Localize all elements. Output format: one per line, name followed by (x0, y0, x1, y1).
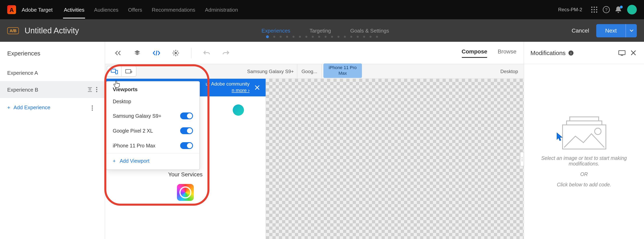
viewport-tab-google[interactable]: Goog... (298, 64, 322, 78)
banner-text: ur Adobe community (206, 81, 250, 88)
viewport-tab-samsung[interactable]: Samsung Galaxy S9+ (138, 64, 298, 78)
empty-canvas (266, 79, 524, 239)
settings-gear-icon[interactable] (170, 47, 181, 59)
step-targeting[interactable]: Targeting (310, 28, 331, 34)
viewport-row-samsung[interactable]: Samsung Galaxy S9+ (106, 108, 200, 123)
toggle-switch[interactable] (180, 112, 193, 119)
mods-hint-2: Click below to add code. (557, 182, 611, 187)
modifications-panel: Modifications i (524, 42, 644, 239)
svg-point-4 (594, 9, 595, 10)
viewport-row-google[interactable]: Google Pixel 2 XL (106, 123, 200, 138)
viewport-tabs: Samsung Galaxy S9+ Goog... … iPhone 11 P… (138, 64, 495, 78)
your-services-heading: Your Services (112, 171, 258, 177)
avatar[interactable] (627, 5, 637, 15)
more-icon[interactable] (96, 87, 98, 92)
notifications-icon[interactable] (613, 4, 624, 15)
svg-point-7 (594, 12, 595, 13)
svg-point-2 (596, 7, 597, 8)
viewport-chip-iphone[interactable]: iPhone 11 Pro Max (324, 64, 362, 78)
resize-handle[interactable] (520, 152, 524, 166)
nav-audiences[interactable]: Audiences (94, 7, 118, 18)
top-nav: A Adobe Target Activities Audiences Offe… (0, 0, 644, 19)
activity-header: A/B Untitled Activity Experiences Target… (0, 19, 644, 42)
plus-icon: + (7, 104, 10, 110)
viewport-desktop-label[interactable]: Desktop (495, 64, 524, 78)
creative-cloud-icon[interactable] (177, 184, 194, 201)
svg-rect-18 (111, 69, 115, 72)
nav-recommendations[interactable]: Recommendations (152, 7, 196, 18)
svg-point-13 (96, 91, 97, 92)
apps-grid-icon[interactable] (589, 4, 600, 15)
add-experience-button[interactable]: + Add Experience (0, 98, 105, 117)
svg-point-12 (96, 89, 97, 90)
cancel-button[interactable]: Cancel (572, 27, 589, 34)
viewports-popover: Viewports Desktop Samsung Galaxy S9+ Goo… (106, 81, 200, 170)
layers-icon[interactable] (132, 47, 143, 59)
svg-point-15 (92, 107, 93, 109)
banner-learn-more-link[interactable]: n more › (232, 88, 250, 93)
add-device-icon[interactable] (122, 66, 136, 76)
nav-administration[interactable]: Administration (205, 7, 238, 18)
experience-label: Experience A (7, 70, 38, 76)
close-icon[interactable] (254, 84, 261, 91)
svg-point-27 (594, 128, 601, 134)
redo-icon[interactable] (220, 47, 232, 59)
svg-text:?: ? (605, 7, 608, 12)
tab-browse[interactable]: Browse (498, 48, 516, 58)
svg-point-5 (596, 9, 597, 10)
svg-rect-25 (566, 121, 602, 125)
sidebar-item-experience-a[interactable]: Experience A (0, 64, 105, 81)
cursor-hand-icon (113, 80, 120, 88)
close-icon[interactable] (629, 48, 638, 57)
nav-activities[interactable]: Activities (64, 7, 84, 18)
mods-hint-1: Select an image or text to start making … (534, 155, 634, 166)
viewport-bar: Samsung Galaxy S9+ Goog... … iPhone 11 P… (105, 64, 524, 79)
editor-toolbar: Compose Browse (105, 42, 524, 64)
plus-icon: + (113, 158, 116, 164)
activity-type-badge: A/B (7, 27, 19, 34)
stepper-dots (266, 35, 378, 38)
svg-point-17 (174, 52, 177, 54)
svg-text:i: i (570, 51, 571, 55)
devices-icon[interactable] (107, 66, 122, 76)
cursor-arrow-icon (556, 132, 563, 141)
info-icon[interactable]: i (568, 50, 574, 56)
svg-point-3 (591, 9, 592, 10)
help-icon[interactable]: ? (601, 4, 612, 15)
experience-label: Experience B (7, 87, 38, 93)
viewport-buttons (107, 66, 136, 77)
desktop-view-icon[interactable] (618, 48, 626, 57)
activity-title[interactable]: Untitled Activity (24, 26, 79, 35)
svg-rect-23 (619, 50, 625, 54)
tab-compose[interactable]: Compose (462, 48, 487, 58)
collapse-panel-icon[interactable] (112, 47, 124, 59)
experiences-sidebar: Experiences Experience A Experience B (0, 42, 105, 239)
experience-more-icon[interactable] (92, 105, 93, 111)
next-button[interactable]: Next (596, 24, 626, 37)
viewport-row-iphone[interactable]: iPhone 11 Pro Max (106, 138, 200, 153)
svg-point-8 (596, 12, 597, 13)
image-placeholder-icon (560, 116, 608, 150)
next-dropdown-button[interactable] (626, 24, 637, 37)
viewport-row-desktop[interactable]: Desktop (106, 95, 200, 108)
svg-rect-19 (115, 70, 117, 74)
step-experiences[interactable]: Experiences (262, 28, 290, 34)
modifications-empty-state: Select an image or text to start making … (524, 64, 644, 239)
sidebar-item-experience-b[interactable]: Experience B (0, 81, 105, 98)
experiences-heading: Experiences (7, 50, 40, 57)
svg-rect-20 (126, 69, 131, 73)
undo-icon[interactable] (201, 47, 212, 59)
step-goals[interactable]: Goals & Settings (350, 28, 389, 34)
mods-hint-or: OR (580, 171, 588, 177)
workflow-stepper: Experiences Targeting Goals & Settings (79, 28, 572, 34)
editor-mode-tabs: Compose Browse (462, 48, 516, 58)
code-icon[interactable] (151, 47, 162, 59)
add-viewport-button[interactable]: + Add Viewport (106, 153, 200, 169)
notification-dot-icon (620, 6, 623, 9)
toggle-switch[interactable] (180, 127, 193, 134)
svg-point-6 (591, 12, 592, 13)
nav-offers[interactable]: Offers (128, 7, 142, 18)
product-name: Adobe Target (22, 7, 52, 13)
toggle-switch[interactable] (180, 142, 193, 149)
rename-icon[interactable] (87, 87, 93, 92)
